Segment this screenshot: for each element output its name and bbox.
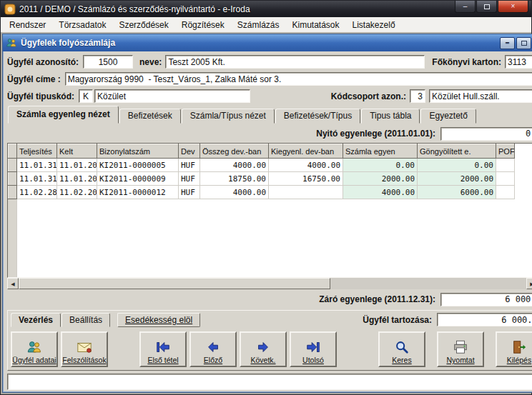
clients-icon — [26, 339, 42, 355]
child-window-title: Ügyfelek folyószámlája — [21, 38, 498, 48]
first-record-button[interactable]: Első tétel — [139, 331, 187, 367]
close-button[interactable]: × — [498, 1, 528, 13]
cell: 0.00 — [343, 159, 418, 172]
scroll-right-button[interactable]: ▶ — [526, 278, 532, 289]
reminders-button[interactable]: Felszólítások — [61, 331, 108, 367]
opening-balance-field — [440, 127, 532, 141]
tab-szamla-tipus-nezet[interactable]: Számla/Típus nézet — [182, 109, 275, 124]
closing-balance-row: Záró egyenlege (2011.12.31): — [7, 291, 532, 307]
exit-icon — [511, 339, 527, 355]
horizontal-scrollbar[interactable]: ◀ ▶ — [7, 278, 532, 289]
window-controls: – × — [455, 1, 528, 13]
horizontal-scroll-thumb[interactable] — [19, 278, 330, 289]
tab-befizetesek[interactable]: Befizetések — [119, 109, 181, 124]
code-group-name-field[interactable] — [429, 89, 532, 103]
opening-balance-row: Nyitó egyenlege (2011.01.01): — [7, 126, 532, 141]
table-row[interactable]: 11.01.31 11.01.20 KI2011-0000009 HUF 187… — [9, 172, 515, 186]
tab-szamla-egyenleg-nezet[interactable]: Számla egyenleg nézet — [8, 106, 119, 124]
app-icon — [4, 4, 16, 15]
tab-beallitas[interactable]: Beállítás — [61, 313, 110, 327]
form-row-3: Ügyfél tipuskód: Kódcsoport azon.: — [7, 89, 532, 104]
row-selector — [9, 186, 17, 199]
col-pof[interactable]: POF — [496, 144, 515, 159]
exit-button[interactable]: Kilépés — [496, 331, 532, 367]
col-gongyolitett[interactable]: Göngyölített e. — [418, 144, 496, 159]
code-group-field[interactable] — [410, 89, 425, 103]
maximize-icon — [484, 4, 490, 9]
button-label: Keres — [392, 356, 411, 364]
next-record-icon — [255, 339, 271, 355]
col-teljesites[interactable]: Teljesítés — [17, 144, 57, 159]
child-maximize-icon — [521, 41, 527, 46]
table-row[interactable]: 11.02.28 11.02.20 KI2011-0000012 HUF 400… — [9, 186, 515, 199]
client-id-label: Ügyfél azonosító: — [7, 57, 79, 67]
cell: 4000.00 — [200, 186, 269, 199]
previous-record-button[interactable]: Előző — [189, 331, 237, 367]
reminder-letter-icon — [77, 339, 92, 355]
client-id-field[interactable] — [83, 55, 133, 69]
type-name-field[interactable] — [94, 89, 250, 103]
button-label: Nyomtat — [446, 356, 474, 364]
cell: 2000.00 — [343, 172, 418, 186]
col-kelt[interactable]: Kelt — [57, 144, 97, 159]
tab-esedekesseg-elol[interactable]: Esedékesség elöl — [117, 313, 200, 327]
menu-szerzodesek[interactable]: Szerződések — [112, 18, 174, 32]
menu-torzsadatok[interactable]: Törzsadatok — [52, 18, 112, 32]
debt-label: Ügyfél tartozása: — [363, 315, 432, 325]
menu-rogzitesek[interactable]: Rögzítések — [175, 18, 231, 32]
minimize-button[interactable]: – — [455, 1, 476, 13]
client-data-button[interactable]: Ügyfél adatai — [11, 331, 58, 367]
menu-kimutatasok[interactable]: Kimutatások — [285, 18, 345, 32]
button-row: Ügyfél adatai Felszólítások — [11, 331, 532, 367]
address-field[interactable] — [65, 72, 532, 86]
maximize-button[interactable] — [476, 1, 497, 13]
form-row-2: Ügyfél címe : — [7, 71, 532, 86]
close-icon: × — [511, 3, 516, 10]
button-label: Kilépés — [507, 356, 531, 364]
accounts-grid-area: Teljesítés Kelt Bizonylatszám Dev Összeg… — [7, 143, 532, 289]
scroll-left-button[interactable]: ◀ — [7, 278, 19, 289]
tab-egyezteto[interactable]: Egyeztető — [420, 109, 476, 124]
client-name-field[interactable] — [165, 55, 425, 69]
tab-tipus-tabla[interactable]: Tipus tábla — [361, 109, 420, 124]
cell: 11.02.28 — [17, 186, 57, 199]
cell: 2000.00 — [418, 172, 496, 186]
accounts-grid[interactable]: Teljesítés Kelt Bizonylatszám Dev Összeg… — [7, 143, 532, 278]
tab-befizetesek-tipus[interactable]: Befizetések/Típus — [275, 109, 360, 124]
debt-group: Ügyfél tartozása: — [363, 313, 532, 326]
print-button[interactable]: Nyomtat — [437, 331, 484, 367]
cell: 11.01.31 — [17, 172, 57, 186]
first-record-icon — [155, 339, 171, 355]
print-icon — [453, 339, 468, 355]
row-selector — [9, 172, 17, 186]
button-label: Első tétel — [147, 356, 178, 364]
cell: 11.01.20 — [57, 159, 97, 172]
button-label: Felszólítások — [62, 356, 106, 364]
cell: 4000.00 — [200, 159, 269, 172]
child-maximize-button[interactable] — [516, 37, 531, 49]
ledger-card-field[interactable] — [505, 55, 532, 69]
type-code-field[interactable] — [79, 89, 93, 103]
cell: 0.00 — [418, 159, 496, 172]
button-label: Ügyfél adatai — [12, 356, 56, 364]
child-minimize-button[interactable]: – — [500, 37, 515, 49]
col-kiegyenl[interactable]: Kiegyenl. dev-ban — [269, 144, 343, 159]
col-bizonylatszam[interactable]: Bizonylatszám — [97, 144, 179, 159]
control-panel: Vezérlés Beállítás Esedékesség elöl Ügyf… — [7, 310, 532, 371]
menu-rendszer[interactable]: Rendszer — [3, 18, 52, 32]
table-row[interactable]: 11.01.31 11.01.20 KI2011-0000005 HUF 400… — [9, 159, 515, 172]
scroll-left-icon: ◀ — [11, 281, 14, 286]
previous-record-icon — [205, 339, 221, 355]
search-button[interactable]: Keres — [378, 331, 425, 367]
col-szamla-egyen[interactable]: Számla egyen — [343, 144, 418, 159]
last-record-button[interactable]: Utolsó — [290, 331, 337, 367]
menu-szamlazas[interactable]: Számlázás — [231, 18, 286, 32]
tab-vezerles[interactable]: Vezérlés — [11, 313, 61, 327]
next-record-button[interactable]: Követk. — [240, 331, 287, 367]
col-osszeg[interactable]: Összeg dev.-ban — [200, 144, 269, 159]
cell: HUF — [179, 159, 200, 172]
cell: KI2011-0000005 — [97, 159, 179, 172]
cell: 18750.00 — [200, 172, 269, 186]
col-dev[interactable]: Dev — [179, 144, 200, 159]
menu-listakezelo[interactable]: Listakezelő — [346, 18, 402, 32]
